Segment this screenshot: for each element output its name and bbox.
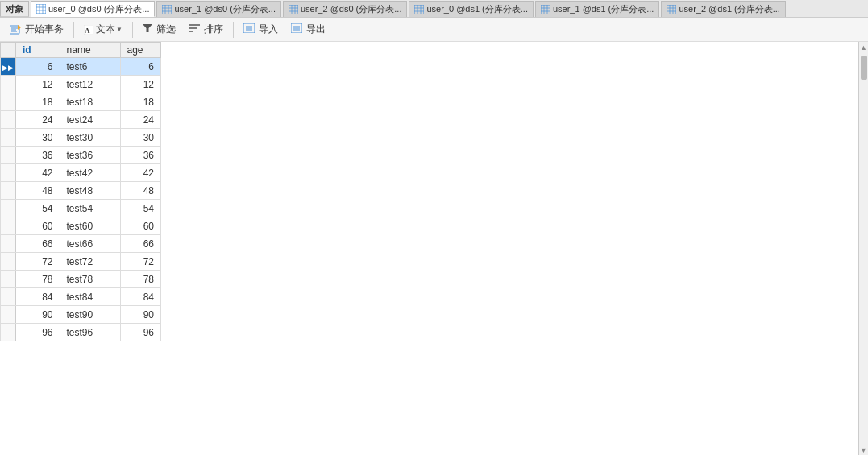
table-row[interactable]: 84test8484 (1, 288, 161, 306)
tab-label: user_2 @ds1 (分库分表... (679, 3, 779, 15)
row-indicator (1, 288, 16, 306)
table-row[interactable]: 48test4848 (1, 182, 161, 200)
scroll-down-button[interactable]: ▼ (860, 445, 867, 455)
table-row[interactable]: 90test9090 (1, 306, 161, 324)
cell-age: 84 (120, 288, 161, 306)
cell-id: 6 (16, 58, 60, 76)
svg-marker-37 (143, 24, 152, 32)
import-button[interactable]: 导入 (238, 20, 284, 39)
cell-id: 48 (16, 182, 60, 200)
cell-name: test48 (60, 182, 120, 200)
cell-id: 66 (16, 235, 60, 253)
filter-label: 筛选 (156, 23, 176, 36)
begin-transaction-button[interactable]: 开始事务 (4, 20, 69, 39)
row-indicator (1, 164, 16, 182)
table-row[interactable]: ▶6test66 (1, 58, 161, 76)
row-indicator (1, 324, 16, 341)
cell-name: test96 (60, 324, 120, 341)
app-window: 对象 user_0 @ds0 (分库分表... user_1 @ds0 (分库分… (0, 0, 868, 455)
cell-id: 90 (16, 306, 60, 324)
cell-age: 36 (120, 147, 161, 164)
cell-name: test24 (60, 111, 120, 129)
col-header-name[interactable]: name (60, 43, 120, 58)
filter-icon (143, 23, 154, 35)
tab-tab2[interactable]: user_2 @ds0 (分库分表... (283, 1, 407, 17)
cell-age: 48 (120, 182, 161, 200)
cell-age: 18 (120, 93, 161, 111)
table-icon (541, 5, 550, 14)
cell-id: 96 (16, 324, 60, 341)
scroll-track (861, 54, 867, 444)
cell-age: 78 (120, 271, 161, 288)
scroll-up-button[interactable]: ▲ (860, 43, 867, 52)
divider-2 (132, 22, 133, 38)
table-row[interactable]: 78test7878 (1, 271, 161, 288)
row-indicator (1, 76, 16, 93)
table-icon (289, 5, 298, 14)
table-row[interactable]: 72test7272 (1, 253, 161, 271)
tab-label: user_1 @ds0 (分库分表... (174, 3, 275, 15)
tab-tab3[interactable]: user_0 @ds1 (分库分表... (409, 1, 533, 17)
export-icon (291, 23, 304, 35)
tab-tab1[interactable]: user_1 @ds0 (分库分表... (156, 1, 280, 17)
row-indicator (1, 306, 16, 324)
tab-tab5[interactable]: user_2 @ds1 (分库分表... (661, 1, 785, 17)
sort-button[interactable]: 排序 (183, 20, 229, 39)
tab-label: user_0 @ds1 (分库分表... (426, 3, 527, 15)
row-indicator (1, 235, 16, 253)
tab-tab4[interactable]: user_1 @ds1 (分库分表... (535, 1, 659, 17)
cell-name: test84 (60, 288, 120, 306)
table-area[interactable]: id name age ▶6test6612test121218test1818… (0, 42, 858, 455)
table-row[interactable]: 42test4242 (1, 164, 161, 182)
cell-name: test42 (60, 164, 120, 182)
text-dropdown-arrow: ▼ (116, 26, 123, 33)
row-indicator (1, 111, 16, 129)
sort-icon (189, 23, 201, 35)
cell-name: test72 (60, 253, 120, 271)
cell-id: 30 (16, 129, 60, 147)
row-indicator (1, 253, 16, 271)
svg-rect-20 (541, 5, 550, 14)
col-header-id[interactable]: id (16, 43, 60, 58)
table-header-row: id name age (1, 43, 161, 58)
cell-id: 12 (16, 76, 60, 93)
toolbar-left: 开始事务 A 文本 ▼ (4, 20, 331, 39)
cell-name: test90 (60, 306, 120, 324)
text-button[interactable]: A 文本 ▼ (78, 20, 128, 39)
cell-id: 36 (16, 147, 60, 164)
cell-age: 66 (120, 235, 161, 253)
cell-name: test36 (60, 147, 120, 164)
table-row[interactable]: 36test3636 (1, 147, 161, 164)
table-row[interactable]: 30test3030 (1, 129, 161, 147)
cell-name: test66 (60, 235, 120, 253)
export-button[interactable]: 导出 (285, 20, 331, 39)
table-row[interactable]: 18test1818 (1, 93, 161, 111)
filter-button[interactable]: 筛选 (137, 20, 181, 39)
row-indicator (1, 129, 16, 147)
table-row[interactable]: 96test9696 (1, 324, 161, 341)
table-row[interactable]: 54test5454 (1, 200, 161, 217)
table-row[interactable]: 24test2424 (1, 111, 161, 129)
cell-age: 30 (120, 129, 161, 147)
table-row[interactable]: 66test6666 (1, 235, 161, 253)
table-body: ▶6test6612test121218test181824test242430… (1, 58, 161, 341)
table-icon (36, 4, 46, 14)
cell-id: 84 (16, 288, 60, 306)
col-header-age[interactable]: age (120, 43, 161, 58)
table-row[interactable]: 60test6060 (1, 217, 161, 235)
main-toolbar: 开始事务 A 文本 ▼ (0, 18, 868, 42)
import-label: 导入 (259, 23, 278, 36)
vertical-scrollbar[interactable]: ▲ ▼ (858, 42, 868, 455)
cell-name: test30 (60, 129, 120, 147)
begin-transaction-label: 开始事务 (25, 23, 64, 36)
scroll-thumb[interactable] (861, 56, 867, 80)
svg-rect-10 (289, 5, 298, 14)
table-icon (414, 5, 424, 14)
tab-tab0[interactable]: user_0 @ds0 (分库分表... (31, 1, 155, 17)
table-row[interactable]: 12test1212 (1, 76, 161, 93)
row-indicator (1, 182, 16, 200)
row-indicator (1, 200, 16, 217)
export-label: 导出 (306, 23, 326, 36)
text-icon: A (84, 25, 95, 35)
table-icon (162, 5, 172, 14)
